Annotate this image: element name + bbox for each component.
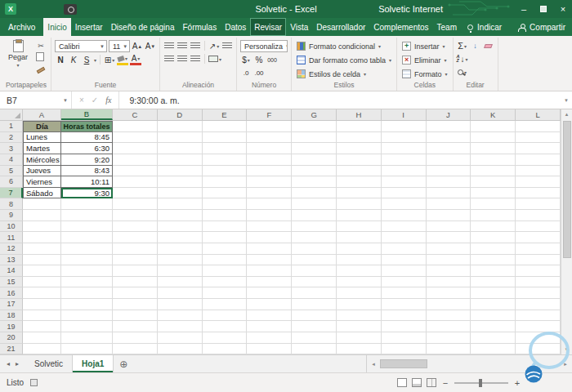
row-header-14[interactable]: 14 — [0, 265, 23, 277]
cell-J15[interactable] — [427, 277, 471, 288]
cell-I1[interactable] — [382, 121, 427, 132]
cell-L7[interactable] — [516, 188, 561, 199]
select-all-corner[interactable] — [0, 109, 23, 120]
align-center-button[interactable] — [177, 53, 188, 65]
cell-B20[interactable] — [61, 332, 113, 344]
page-layout-view-button[interactable] — [412, 378, 422, 387]
cell-C17[interactable] — [113, 299, 158, 310]
cell-C15[interactable] — [113, 277, 158, 288]
cut-button[interactable]: ✂ — [34, 40, 47, 51]
format-as-table-button[interactable]: Dar formato como tabla ▾ — [295, 54, 393, 66]
cell-J19[interactable] — [427, 321, 471, 332]
cell-J9[interactable] — [427, 210, 471, 221]
cell-J2[interactable] — [427, 132, 471, 144]
cell-H16[interactable] — [337, 287, 382, 299]
cell-D18[interactable] — [158, 310, 203, 322]
cell-E4[interactable] — [203, 154, 248, 166]
sheet-nav-left-icon[interactable]: ◂ — [7, 360, 10, 368]
cell-E14[interactable] — [203, 265, 248, 277]
cell-H4[interactable] — [337, 154, 382, 166]
cell-F4[interactable] — [247, 154, 292, 166]
cell-I6[interactable] — [382, 176, 427, 188]
cell-L2[interactable] — [516, 132, 561, 144]
cell-K14[interactable] — [471, 265, 516, 277]
font-color-button[interactable]: A▾ — [130, 54, 141, 65]
cell-D8[interactable] — [158, 198, 203, 210]
cell-I19[interactable] — [382, 321, 427, 332]
cell-F21[interactable] — [247, 344, 292, 355]
macro-record-icon[interactable] — [30, 379, 38, 386]
cell-F12[interactable] — [247, 243, 292, 255]
normal-view-button[interactable] — [397, 378, 407, 387]
cell-H8[interactable] — [337, 198, 382, 210]
cell-B11[interactable] — [61, 232, 113, 243]
close-button[interactable]: × — [556, 0, 570, 18]
share-button[interactable]: Compartir — [512, 18, 572, 36]
cell-J14[interactable] — [427, 265, 471, 277]
cell-L15[interactable] — [516, 277, 561, 288]
cell-I4[interactable] — [382, 154, 427, 166]
cell-E18[interactable] — [203, 310, 248, 322]
cell-G17[interactable] — [292, 299, 337, 310]
cell-C4[interactable] — [113, 154, 158, 166]
cell-G2[interactable] — [292, 132, 337, 144]
cell-A9[interactable] — [23, 210, 61, 221]
align-right-button[interactable] — [190, 53, 201, 65]
cell-K13[interactable] — [471, 255, 516, 266]
cell-D17[interactable] — [158, 299, 203, 310]
cell-B15[interactable] — [61, 277, 113, 288]
cell-G1[interactable] — [292, 121, 337, 132]
cell-K15[interactable] — [471, 277, 516, 288]
column-header-f[interactable]: F — [247, 109, 292, 120]
zoom-out-button[interactable]: − — [441, 378, 449, 388]
column-header-l[interactable]: L — [516, 109, 561, 120]
zoom-slider[interactable] — [454, 382, 508, 384]
cell-F13[interactable] — [247, 255, 292, 266]
cell-I9[interactable] — [382, 210, 427, 221]
copy-button[interactable] — [34, 52, 47, 63]
cell-A13[interactable] — [23, 255, 61, 266]
cell-I15[interactable] — [382, 277, 427, 288]
cell-I13[interactable] — [382, 255, 427, 266]
cell-K2[interactable] — [471, 132, 516, 144]
cell-A15[interactable] — [23, 277, 61, 288]
cell-H7[interactable] — [337, 188, 382, 199]
cell-L12[interactable] — [516, 243, 561, 255]
ribbon-tab-revisar[interactable]: Revisar — [250, 18, 286, 36]
cell-C9[interactable] — [113, 210, 158, 221]
cell-L8[interactable] — [516, 198, 561, 210]
grow-font-button[interactable]: A▲ — [132, 41, 143, 52]
cell-B1[interactable]: Horas totales — [61, 121, 113, 132]
cell-C10[interactable] — [113, 221, 158, 233]
cell-I16[interactable] — [382, 287, 427, 299]
borders-button[interactable]: ⊞▾ — [104, 54, 115, 65]
orientation-button[interactable]: ↗▾ — [208, 40, 220, 51]
cell-J13[interactable] — [427, 255, 471, 266]
cell-F5[interactable] — [247, 166, 292, 177]
cell-B21[interactable] — [61, 344, 113, 355]
cell-F20[interactable] — [247, 332, 292, 344]
shrink-font-button[interactable]: A▼ — [145, 41, 156, 52]
ribbon-tab-complementos[interactable]: Complementos — [369, 18, 432, 36]
column-header-g[interactable]: G — [292, 109, 337, 120]
cell-E3[interactable] — [203, 143, 248, 154]
ribbon-tab-insertar[interactable]: Insertar — [71, 18, 107, 36]
cell-F16[interactable] — [247, 287, 292, 299]
row-header-18[interactable]: 18 — [0, 310, 23, 322]
cell-C14[interactable] — [113, 265, 158, 277]
cell-F8[interactable] — [247, 198, 292, 210]
cell-D21[interactable] — [158, 344, 203, 355]
cell-G6[interactable] — [292, 176, 337, 188]
row-header-8[interactable]: 8 — [0, 198, 23, 210]
cell-H13[interactable] — [337, 255, 382, 266]
cell-D4[interactable] — [158, 154, 203, 166]
cell-B12[interactable] — [61, 243, 113, 255]
align-bottom-button[interactable] — [190, 40, 201, 51]
cell-B2[interactable]: 8:45 — [61, 132, 113, 144]
cell-D9[interactable] — [158, 210, 203, 221]
format-cells-button[interactable]: Formato ▾ — [400, 68, 449, 80]
cell-E12[interactable] — [203, 243, 248, 255]
cell-E15[interactable] — [203, 277, 248, 288]
vertical-scrollbar[interactable]: ▲ ▼ — [561, 109, 572, 354]
find-select-button[interactable]: ▾ — [457, 66, 468, 78]
